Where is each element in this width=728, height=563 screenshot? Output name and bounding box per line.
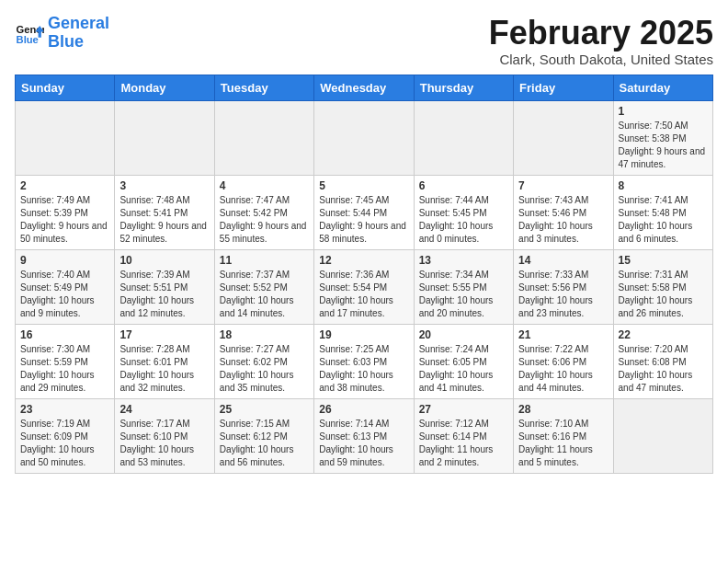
day-number: 27 — [419, 403, 508, 416]
day-info: Sunrise: 7:37 AM Sunset: 5:52 PM Dayligh… — [220, 269, 309, 320]
calendar-week-4: 16Sunrise: 7:30 AM Sunset: 5:59 PM Dayli… — [16, 324, 713, 398]
calendar-cell: 28Sunrise: 7:10 AM Sunset: 6:16 PM Dayli… — [514, 398, 613, 473]
day-number: 23 — [20, 403, 109, 416]
calendar-week-5: 23Sunrise: 7:19 AM Sunset: 6:09 PM Dayli… — [16, 398, 713, 473]
day-number: 2 — [20, 179, 109, 192]
day-info: Sunrise: 7:25 AM Sunset: 6:03 PM Dayligh… — [319, 343, 408, 395]
day-info: Sunrise: 7:44 AM Sunset: 5:45 PM Dayligh… — [419, 194, 508, 246]
day-info: Sunrise: 7:40 AM Sunset: 5:49 PM Dayligh… — [20, 269, 109, 320]
day-info: Sunrise: 7:48 AM Sunset: 5:41 PM Dayligh… — [119, 194, 209, 246]
calendar-cell — [16, 100, 115, 175]
page-header: General Blue General Blue February 2025 … — [15, 15, 713, 67]
day-number: 3 — [119, 179, 209, 192]
day-number: 12 — [319, 254, 408, 267]
day-number: 4 — [220, 179, 309, 192]
day-number: 11 — [220, 254, 309, 267]
day-number: 16 — [20, 328, 109, 341]
day-number: 9 — [20, 254, 109, 267]
day-info: Sunrise: 7:47 AM Sunset: 5:42 PM Dayligh… — [220, 194, 309, 246]
day-number: 20 — [419, 328, 508, 341]
day-info: Sunrise: 7:17 AM Sunset: 6:10 PM Dayligh… — [119, 418, 209, 469]
calendar-cell: 16Sunrise: 7:30 AM Sunset: 5:59 PM Dayli… — [16, 324, 115, 398]
logo-text-line1: General — [48, 15, 109, 33]
day-info: Sunrise: 7:28 AM Sunset: 6:01 PM Dayligh… — [119, 343, 209, 395]
weekday-header-monday: Monday — [115, 75, 214, 100]
day-number: 17 — [119, 328, 209, 341]
day-info: Sunrise: 7:14 AM Sunset: 6:13 PM Dayligh… — [319, 418, 408, 469]
weekday-header-row: SundayMondayTuesdayWednesdayThursdayFrid… — [16, 75, 713, 100]
day-info: Sunrise: 7:33 AM Sunset: 5:56 PM Dayligh… — [518, 269, 608, 320]
day-number: 28 — [518, 403, 608, 416]
day-info: Sunrise: 7:20 AM Sunset: 6:08 PM Dayligh… — [619, 343, 708, 395]
calendar-cell: 18Sunrise: 7:27 AM Sunset: 6:02 PM Dayli… — [214, 324, 313, 398]
calendar-cell: 12Sunrise: 7:36 AM Sunset: 5:54 PM Dayli… — [314, 249, 414, 324]
day-info: Sunrise: 7:30 AM Sunset: 5:59 PM Dayligh… — [20, 343, 109, 395]
weekday-header-wednesday: Wednesday — [314, 75, 414, 100]
day-info: Sunrise: 7:22 AM Sunset: 6:06 PM Dayligh… — [518, 343, 608, 395]
calendar-cell: 8Sunrise: 7:41 AM Sunset: 5:48 PM Daylig… — [613, 175, 712, 249]
calendar-cell: 9Sunrise: 7:40 AM Sunset: 5:49 PM Daylig… — [16, 249, 115, 324]
day-info: Sunrise: 7:10 AM Sunset: 6:16 PM Dayligh… — [518, 418, 608, 469]
calendar-cell: 1Sunrise: 7:50 AM Sunset: 5:38 PM Daylig… — [613, 100, 712, 175]
calendar-cell: 11Sunrise: 7:37 AM Sunset: 5:52 PM Dayli… — [214, 249, 313, 324]
calendar-cell: 3Sunrise: 7:48 AM Sunset: 5:41 PM Daylig… — [115, 175, 214, 249]
day-info: Sunrise: 7:49 AM Sunset: 5:39 PM Dayligh… — [20, 194, 109, 246]
svg-text:Blue: Blue — [17, 34, 39, 45]
day-info: Sunrise: 7:41 AM Sunset: 5:48 PM Dayligh… — [619, 194, 708, 246]
calendar-week-3: 9Sunrise: 7:40 AM Sunset: 5:49 PM Daylig… — [16, 249, 713, 324]
weekday-header-saturday: Saturday — [613, 75, 712, 100]
calendar-cell: 7Sunrise: 7:43 AM Sunset: 5:46 PM Daylig… — [514, 175, 613, 249]
day-info: Sunrise: 7:27 AM Sunset: 6:02 PM Dayligh… — [220, 343, 309, 395]
day-info: Sunrise: 7:45 AM Sunset: 5:44 PM Dayligh… — [319, 194, 408, 246]
month-title: February 2025 — [489, 15, 713, 52]
calendar-cell: 21Sunrise: 7:22 AM Sunset: 6:06 PM Dayli… — [514, 324, 613, 398]
calendar: SundayMondayTuesdayWednesdayThursdayFrid… — [15, 75, 713, 474]
calendar-cell — [514, 100, 613, 175]
title-block: February 2025 Clark, South Dakota, Unite… — [489, 15, 713, 67]
day-info: Sunrise: 7:50 AM Sunset: 5:38 PM Dayligh… — [619, 120, 708, 171]
calendar-week-1: 1Sunrise: 7:50 AM Sunset: 5:38 PM Daylig… — [16, 100, 713, 175]
calendar-cell: 15Sunrise: 7:31 AM Sunset: 5:58 PM Dayli… — [613, 249, 712, 324]
day-info: Sunrise: 7:39 AM Sunset: 5:51 PM Dayligh… — [119, 269, 209, 320]
day-info: Sunrise: 7:31 AM Sunset: 5:58 PM Dayligh… — [619, 269, 708, 320]
calendar-cell — [214, 100, 313, 175]
calendar-cell: 24Sunrise: 7:17 AM Sunset: 6:10 PM Dayli… — [115, 398, 214, 473]
day-number: 8 — [619, 179, 708, 192]
calendar-cell: 20Sunrise: 7:24 AM Sunset: 6:05 PM Dayli… — [414, 324, 513, 398]
day-number: 26 — [319, 403, 408, 416]
calendar-cell — [314, 100, 414, 175]
day-number: 6 — [419, 179, 508, 192]
calendar-cell: 5Sunrise: 7:45 AM Sunset: 5:44 PM Daylig… — [314, 175, 414, 249]
day-info: Sunrise: 7:36 AM Sunset: 5:54 PM Dayligh… — [319, 269, 408, 320]
logo-text-line2: Blue — [48, 33, 109, 52]
day-number: 18 — [220, 328, 309, 341]
calendar-cell — [414, 100, 513, 175]
calendar-cell: 2Sunrise: 7:49 AM Sunset: 5:39 PM Daylig… — [16, 175, 115, 249]
day-info: Sunrise: 7:34 AM Sunset: 5:55 PM Dayligh… — [419, 269, 508, 320]
day-number: 22 — [619, 328, 708, 341]
day-number: 5 — [319, 179, 408, 192]
day-info: Sunrise: 7:43 AM Sunset: 5:46 PM Dayligh… — [518, 194, 608, 246]
logo: General Blue General Blue — [15, 15, 109, 52]
calendar-cell: 26Sunrise: 7:14 AM Sunset: 6:13 PM Dayli… — [314, 398, 414, 473]
weekday-header-sunday: Sunday — [16, 75, 115, 100]
calendar-cell: 6Sunrise: 7:44 AM Sunset: 5:45 PM Daylig… — [414, 175, 513, 249]
day-info: Sunrise: 7:19 AM Sunset: 6:09 PM Dayligh… — [20, 418, 109, 469]
weekday-header-thursday: Thursday — [414, 75, 513, 100]
day-number: 13 — [419, 254, 508, 267]
calendar-cell: 22Sunrise: 7:20 AM Sunset: 6:08 PM Dayli… — [613, 324, 712, 398]
calendar-cell: 27Sunrise: 7:12 AM Sunset: 6:14 PM Dayli… — [414, 398, 513, 473]
day-number: 1 — [619, 105, 708, 118]
calendar-week-2: 2Sunrise: 7:49 AM Sunset: 5:39 PM Daylig… — [16, 175, 713, 249]
calendar-cell: 23Sunrise: 7:19 AM Sunset: 6:09 PM Dayli… — [16, 398, 115, 473]
day-info: Sunrise: 7:24 AM Sunset: 6:05 PM Dayligh… — [419, 343, 508, 395]
day-number: 10 — [119, 254, 209, 267]
calendar-cell: 19Sunrise: 7:25 AM Sunset: 6:03 PM Dayli… — [314, 324, 414, 398]
logo-icon: General Blue — [15, 18, 44, 48]
day-number: 7 — [518, 179, 608, 192]
day-number: 15 — [619, 254, 708, 267]
calendar-cell — [613, 398, 712, 473]
calendar-cell: 10Sunrise: 7:39 AM Sunset: 5:51 PM Dayli… — [115, 249, 214, 324]
weekday-header-tuesday: Tuesday — [214, 75, 313, 100]
day-number: 24 — [119, 403, 209, 416]
